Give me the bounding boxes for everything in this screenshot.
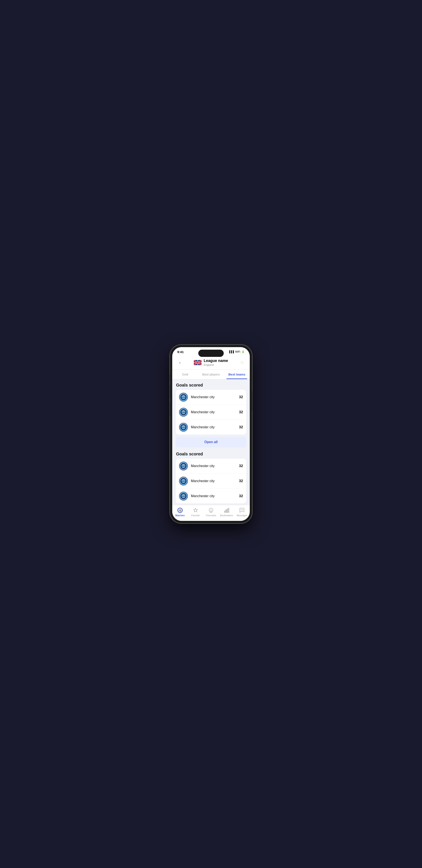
svg-text:CITY: CITY: [182, 427, 186, 429]
svg-point-28: [183, 464, 184, 465]
svg-point-66: [241, 510, 241, 510]
svg-point-23: [183, 425, 184, 427]
team-score: 32: [239, 395, 243, 399]
team-logo: CITY: [179, 393, 188, 402]
tab-best-teams[interactable]: Best teams: [224, 370, 250, 379]
svg-rect-8: [197, 360, 198, 365]
back-button[interactable]: ‹: [176, 359, 183, 366]
team-name: Manchester city: [191, 494, 236, 498]
team-logo: CITY: [179, 408, 188, 416]
top-bar: ‹: [172, 356, 250, 370]
svg-text:⚽: ⚽: [179, 509, 182, 512]
team-logo: CITY: [179, 462, 188, 470]
svg-point-67: [242, 510, 242, 510]
tab-best-players[interactable]: Best players: [198, 370, 224, 379]
team-score: 32: [239, 494, 243, 498]
nav-favorite-label: Favorite: [191, 514, 200, 517]
header-center: League name England: [194, 359, 228, 366]
open-all-button-1[interactable]: Open all: [175, 437, 247, 447]
section-title-2: Goals scored: [175, 452, 247, 457]
section-title-1: Goals scored: [175, 383, 247, 388]
team-score: 32: [239, 479, 243, 483]
league-country: England: [203, 363, 228, 367]
svg-point-18: [183, 410, 184, 411]
wifi-icon: WiFi: [235, 350, 240, 353]
main-content: Goals scored CITY Manchester: [172, 379, 250, 505]
svg-text:CITY: CITY: [182, 411, 186, 413]
nav-messages-label: Messages: [237, 514, 247, 517]
nav-matches-label: Matches: [175, 514, 185, 517]
svg-point-68: [242, 510, 243, 510]
league-name: League name: [203, 359, 228, 363]
svg-rect-65: [228, 508, 229, 513]
team-name: Manchester city: [191, 479, 236, 483]
team-name: Manchester city: [191, 425, 236, 429]
nav-favorite[interactable]: Favorite: [188, 507, 203, 517]
svg-point-38: [183, 494, 184, 495]
team-row[interactable]: CITY Manchester city 32: [175, 390, 247, 405]
svg-rect-62: [224, 511, 225, 513]
team-score: 32: [239, 425, 243, 429]
team-row[interactable]: CITY Manchester city 32: [175, 459, 247, 474]
favorite-icon: [193, 507, 198, 513]
bottom-nav: ⚽ Matches Favorite $: [172, 505, 250, 521]
svg-text:CITY: CITY: [182, 480, 186, 482]
team-row[interactable]: CITY Manchester city 32: [175, 489, 247, 503]
favorite-button[interactable]: ☆: [239, 359, 246, 366]
tab-grid[interactable]: Grid: [172, 370, 198, 379]
svg-text:CITY: CITY: [182, 465, 186, 467]
team-logo: CITY: [179, 423, 188, 432]
forecasts-icon: $: [208, 507, 214, 513]
team-logo: CITY: [179, 476, 188, 486]
svg-rect-63: [226, 510, 226, 513]
team-name: Manchester city: [191, 395, 236, 399]
section-card-2: CITY Manchester city 32: [175, 459, 247, 503]
team-score: 32: [239, 410, 243, 414]
svg-text:CITY: CITY: [182, 495, 186, 497]
svg-point-33: [183, 479, 184, 480]
nav-bookmakers-label: Bookmakers: [220, 514, 233, 517]
nav-matches[interactable]: ⚽ Matches: [172, 507, 188, 517]
svg-text:CITY: CITY: [182, 397, 186, 398]
team-name: Manchester city: [191, 410, 236, 414]
tabs-bar: Grid Best players Best teams: [172, 370, 250, 379]
matches-icon: ⚽: [177, 507, 183, 513]
svg-point-13: [183, 395, 184, 397]
status-icons: ▐▐▐ WiFi 🔋: [228, 350, 245, 353]
nav-messages[interactable]: Messages: [234, 507, 250, 517]
section-goals-scored-2: Goals scored CITY Manchester: [175, 452, 247, 505]
messages-icon: [239, 507, 245, 513]
svg-text:$: $: [210, 509, 212, 512]
flag-icon: [194, 360, 201, 365]
status-time: 9:41: [177, 350, 184, 354]
signal-icon: ▐▐▐: [228, 350, 234, 353]
team-row[interactable]: CITY Manchester city 32: [175, 474, 247, 489]
team-row[interactable]: CITY Manchester city 32: [175, 420, 247, 435]
team-score: 32: [239, 464, 243, 468]
bookmakers-icon: [224, 507, 229, 513]
section-card-1: CITY Manchester city 32: [175, 390, 247, 435]
nav-forecasts[interactable]: $ Forecasts: [203, 507, 219, 517]
header-text-group: League name England: [203, 359, 228, 366]
team-row[interactable]: CITY Manchester city 32: [175, 405, 247, 420]
team-name: Manchester city: [191, 464, 236, 468]
team-logo: CITY: [179, 492, 188, 500]
battery-icon: 🔋: [241, 350, 245, 353]
nav-forecasts-label: Forecasts: [206, 514, 216, 517]
svg-rect-64: [227, 509, 228, 513]
nav-bookmakers[interactable]: Bookmakers: [219, 507, 234, 517]
section-goals-scored-1: Goals scored CITY Manchester: [175, 383, 247, 447]
